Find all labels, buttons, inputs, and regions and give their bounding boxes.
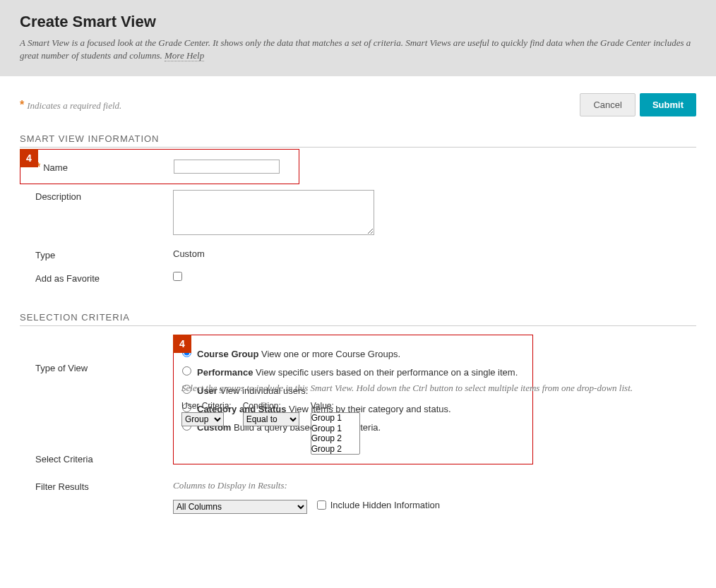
value-select[interactable]: Group 1 Group 1 Group 2 Group 2 <box>311 412 360 455</box>
columns-select[interactable]: All Columns <box>173 500 307 514</box>
criteria-hint: Select the groups to include in this Sma… <box>173 383 710 394</box>
page-header: Create Smart View A Smart View is a focu… <box>0 0 716 76</box>
type-label: Type <box>35 248 173 260</box>
value-label: Value: <box>311 401 360 411</box>
select-criteria-label: Select Criteria <box>35 454 173 464</box>
action-buttons: Cancel Submit <box>580 93 696 116</box>
type-value: Custom <box>173 248 696 259</box>
cancel-button[interactable]: Cancel <box>580 93 635 116</box>
required-field-note: *Indicates a required field. <box>20 99 121 112</box>
radio-performance: Performance View specific users based on… <box>182 365 524 378</box>
more-help-link[interactable]: More Help <box>165 50 204 61</box>
name-input[interactable] <box>174 160 280 174</box>
callout-badge: 4 <box>173 335 191 353</box>
description-textarea[interactable] <box>173 190 374 235</box>
section-smart-view-info-title: SMART VIEW INFORMATION <box>20 133 696 148</box>
description-label: Description <box>35 190 173 202</box>
page-description: A Smart View is a focused look at the Gr… <box>20 37 696 62</box>
callout-badge: 4 <box>20 149 38 167</box>
favorite-label: Add as Favorite <box>35 272 173 284</box>
page-title: Create Smart View <box>20 13 696 31</box>
section-selection-criteria-title: SELECTION CRITERIA <box>20 312 696 326</box>
name-label: *Name <box>36 160 174 174</box>
asterisk-icon: * <box>20 99 24 111</box>
user-criteria-select[interactable]: Group <box>181 412 224 426</box>
type-of-view-label: Type of View <box>35 363 173 373</box>
condition-select[interactable]: Equal to <box>243 412 299 426</box>
columns-display-label: Columns to Display in Results: <box>173 480 696 491</box>
filter-results-label: Filter Results <box>35 480 173 492</box>
include-hidden-checkbox[interactable] <box>317 500 326 510</box>
favorite-checkbox[interactable] <box>173 272 182 281</box>
include-hidden-label: Include Hidden Information <box>330 500 440 510</box>
submit-button[interactable]: Submit <box>640 93 696 116</box>
user-criteria-label: User Criteria: <box>181 401 232 411</box>
radio-course-group: Course Group View one or more Course Gro… <box>182 347 524 359</box>
callout-name-field: 4 *Name <box>20 149 299 184</box>
radio-performance-input[interactable] <box>182 366 191 376</box>
condition-label: Condition: <box>243 401 299 411</box>
